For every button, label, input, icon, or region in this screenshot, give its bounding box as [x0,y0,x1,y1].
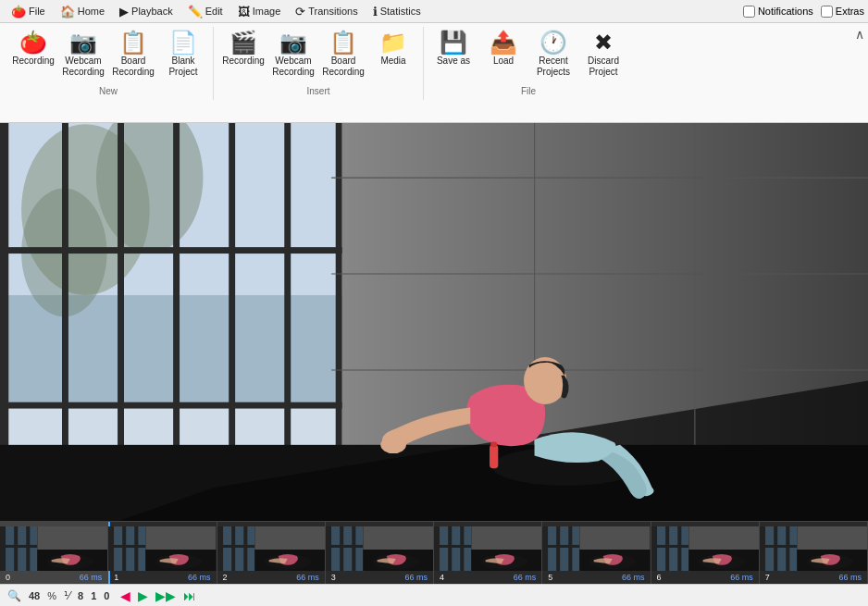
thumb-duration-7: 66 ms [838,573,862,582]
discard-label: DiscardProject [588,56,619,78]
menu-image-label: Image [253,6,281,17]
svg-rect-107 [774,526,777,571]
nav-fastforward-btn[interactable]: ⏭ [183,588,196,603]
btn-load[interactable]: 📤 Load [479,27,527,71]
timeline-thumb-2[interactable]: 2 66 ms [217,522,326,584]
menu-edit[interactable]: ✏️ Edit [180,2,230,21]
btn-webcam-recording[interactable]: 📷 WebcamRecording [59,27,107,82]
nav-prev-btn[interactable]: ◀ [120,588,130,603]
svg-rect-100 [651,545,692,548]
menu-playback[interactable]: ▶ Playback [112,2,180,21]
zoom-value: 48 [29,590,40,601]
notifications-input[interactable] [743,6,755,18]
extras-input[interactable] [821,6,833,18]
svg-rect-78 [460,526,464,571]
extras-label: Extras [836,6,864,17]
svg-rect-82 [471,526,541,550]
webcam-label: WebcamRecording [62,56,105,78]
timeline-thumb-6[interactable]: 6 66 ms [651,522,760,584]
timeline-thumb-3[interactable]: 3 66 ms [326,522,434,584]
file-icon: 🍅 [11,5,26,19]
blank-label: BlankProject [168,56,197,78]
menu-file[interactable]: 🍅 File [4,2,53,21]
preview-svg [0,123,868,521]
svg-rect-57 [231,526,235,571]
zoom-icon[interactable]: 🔍 [7,589,21,602]
thumb-label-0: 0 66 ms [0,571,107,584]
timeline-thumb-4[interactable]: 4 66 ms [434,522,542,584]
ribbon-group-new: 🍅 Recording 📷 WebcamRecording 📋 BoardRec… [4,27,214,100]
thumb-image-0 [0,526,107,571]
menu-bar: 🍅 File 🏠 Home ▶ Playback ✏️ Edit 🖼 Image… [0,0,868,23]
svg-rect-87 [556,526,560,571]
menu-home[interactable]: 🏠 Home [53,2,112,21]
save-icon: 💾 [440,31,467,54]
ribbon-group-insert: 🎬 Recording 📷 WebcamRecording 📋 BoardRec… [214,27,424,100]
timeline-thumb-0[interactable]: 0 66 ms [0,522,108,584]
thumb-index-0: 0 [6,573,10,582]
recent-icon: 🕐 [539,31,567,54]
timeline-thumb-7[interactable]: 7 66 ms [760,522,868,584]
status-val2: 1 [91,590,96,601]
new-buttons: 🍅 Recording 📷 WebcamRecording 📋 BoardRec… [9,27,207,82]
timeline-thumb-5[interactable]: 5 66 ms [542,522,651,584]
notifications-label: Notifications [758,6,813,17]
status-val3: 0 [104,590,109,601]
discard-icon: ✖ [594,31,613,54]
recording-label: Recording [12,56,55,67]
svg-rect-33 [490,441,497,447]
thumb-duration-1: 66 ms [188,573,211,582]
thumb-duration-4: 66 ms [514,573,537,582]
btn-save-as[interactable]: 💾 Save as [429,27,477,71]
preview-image [0,123,868,521]
svg-rect-47 [122,526,126,571]
board-label: BoardRecording [112,56,155,78]
btn-recording[interactable]: 🍅 Recording [9,27,57,71]
svg-rect-70 [326,545,366,548]
insert-board-icon: 📋 [329,31,357,54]
btn-insert-board[interactable]: 📋 BoardRecording [319,27,367,82]
menu-image[interactable]: 🖼 Image [230,2,289,21]
thumb-image-4 [434,526,541,571]
btn-media[interactable]: 📁 Media [369,27,417,71]
extras-checkbox[interactable]: Extras [821,6,864,18]
thumb-image-1 [108,526,216,571]
btn-discard-project[interactable]: ✖ DiscardProject [579,27,627,82]
thumb-label-1: 1 66 ms [108,571,216,584]
board-icon: 📋 [119,31,147,54]
notifications-checkbox[interactable]: Notifications [743,6,813,18]
menu-edit-label: Edit [205,6,223,17]
svg-rect-97 [665,526,669,571]
thumb-index-5: 5 [548,573,552,582]
transitions-icon: ⟳ [295,5,305,19]
nav-next-btn[interactable]: ▶ [138,588,148,603]
ribbon: 🍅 Recording 📷 WebcamRecording 📋 BoardRec… [0,23,868,123]
menu-right: Notifications Extras [743,6,864,18]
svg-rect-108 [786,526,789,571]
btn-recent-projects[interactable]: 🕐 RecentProjects [529,27,577,82]
media-label: Media [380,56,405,67]
insert-recording-icon: 🎬 [229,31,257,54]
svg-rect-62 [254,526,325,550]
svg-rect-77 [448,526,452,571]
timeline-thumb-1[interactable]: 1 66 ms [108,522,217,584]
nav-end-btn[interactable]: ▶▶ [155,588,176,603]
playback-icon: ▶ [119,5,129,19]
svg-rect-76 [434,526,440,571]
thumb-label-5: 5 66 ms [542,571,650,584]
btn-blank-project[interactable]: 📄 BlankProject [159,27,207,82]
thumb-index-1: 1 [114,573,118,582]
ribbon-collapse-btn[interactable]: ∧ [855,27,864,42]
svg-rect-18 [0,247,342,254]
svg-rect-106 [760,526,765,571]
menu-statistics[interactable]: ℹ Statistics [366,2,428,21]
btn-insert-recording[interactable]: 🎬 Recording [219,27,267,71]
svg-rect-19 [0,402,342,409]
btn-board-recording[interactable]: 📋 BoardRecording [109,27,157,82]
insert-webcam-label: WebcamRecording [272,56,315,78]
svg-rect-112 [797,526,867,550]
thumb-index-2: 2 [223,573,228,582]
btn-insert-webcam[interactable]: 📷 WebcamRecording [269,27,317,82]
menu-transitions[interactable]: ⟳ Transitions [288,2,365,21]
menu-statistics-label: Statistics [380,6,421,17]
